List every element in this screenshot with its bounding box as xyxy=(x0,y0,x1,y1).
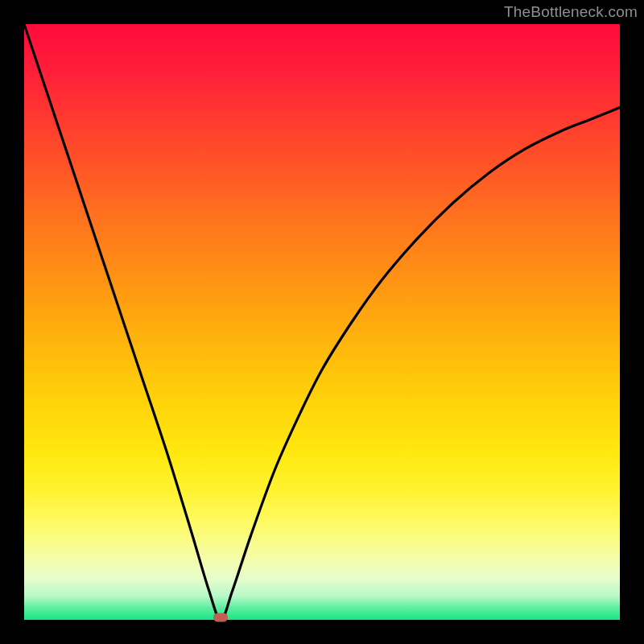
watermark-text: TheBottleneck.com xyxy=(504,3,638,21)
optimal-point-marker xyxy=(213,613,228,622)
bottleneck-curve xyxy=(24,24,620,620)
curve-line xyxy=(24,24,620,620)
chart-frame: TheBottleneck.com xyxy=(0,0,644,644)
